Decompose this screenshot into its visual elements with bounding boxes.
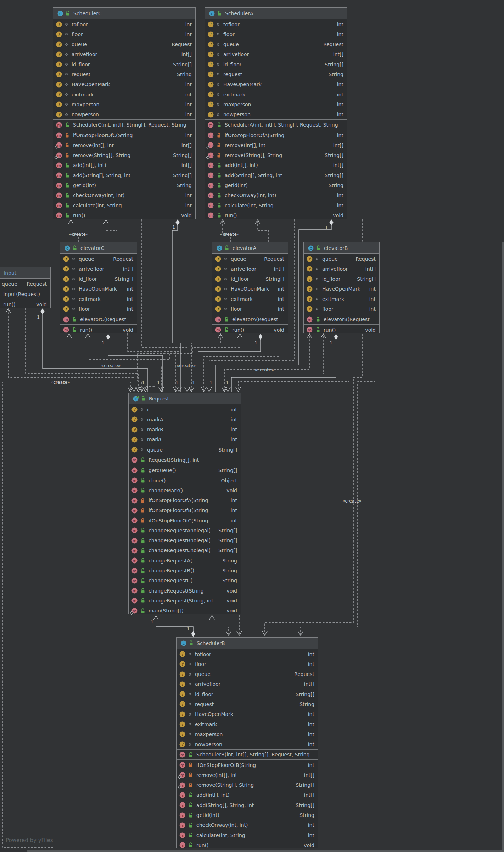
method-row[interactable]: mifOnStopFloorOfA(Stringint [205,130,347,140]
field-row[interactable]: fHaveOpenMarkint [212,284,288,294]
field-row[interactable]: ftofloorint [53,19,195,29]
class-node-SchedulerB[interactable]: cSchedulerBftofloorintffloorintfqueueReq… [176,637,318,848]
field-row[interactable]: fnowpersonint [53,110,195,119]
class-node-Input[interactable]: cInputfqueueRequestmInput(Request)mrun()… [0,267,51,308]
field-row[interactable]: fiint [129,404,241,414]
method-row[interactable]: mrun()void [212,325,288,335]
method-row[interactable]: mrun()void [177,840,318,850]
method-row[interactable]: madd(String[], String, intString[] [53,170,195,180]
method-row[interactable]: mcalculate(int, Stringint [205,200,347,210]
field-row[interactable]: fHaveOpenMarkint [304,284,379,294]
method-row[interactable]: mchangeRequest(String, intvoid [129,596,241,606]
method-row[interactable]: mifOnStopFloorOfC(Stringint [53,130,195,140]
field-row[interactable]: ffloorint [205,29,347,39]
field-row[interactable]: fexitmarkint [212,294,288,304]
class-node-elevatorA[interactable]: celevatorAfqueueRequestfarrivefloorint[]… [212,242,288,333]
ctor-row[interactable]: mRequest(String[], int [129,455,241,465]
ctor-row[interactable]: melevatorC(Request [60,314,137,324]
vertical-scrollbar[interactable] [502,242,504,852]
field-row[interactable]: fmaxpersonint [177,729,318,739]
class-node-SchedulerA[interactable]: cSchedulerAftofloorintffloorintfqueueReq… [205,7,347,219]
field-row[interactable]: fHaveOpenMarkint [53,79,195,89]
method-row[interactable]: mifOnStopFloorOfC(Stringint [129,515,241,525]
field-row[interactable]: farrivefloorint[] [304,264,379,274]
method-row[interactable]: mrun()void [53,211,195,220]
method-row[interactable]: madd(int[], int)int[] [205,160,347,170]
ctor-row[interactable]: mSchedulerB(int, int[], String[], Reques… [177,750,318,759]
class-header-elevatorC[interactable]: celevatorC [60,242,137,254]
field-row[interactable]: fqueueRequest [304,254,379,264]
method-row[interactable]: mcheckOnway(int, int)int [53,190,195,200]
method-row[interactable]: mchangeRequestB()String [129,566,241,576]
ctor-row[interactable]: melevatorB(Request [304,314,379,324]
field-row[interactable]: fmarkCint [129,435,241,444]
method-row[interactable]: mremove(String[], StringString[] [177,780,318,790]
ctor-row[interactable]: mInput(Request) [0,289,50,299]
method-row[interactable]: mclone()Object [129,475,241,485]
field-row[interactable]: fnowpersonint [177,739,318,749]
field-row[interactable]: fmaxpersonint [205,100,347,110]
field-row[interactable]: fmaxpersonint [53,100,195,110]
field-row[interactable]: fmarkAint [129,415,241,425]
method-row[interactable]: mchangeRequestCnolegal(String[] [129,545,241,555]
field-row[interactable]: fHaveOpenMarkint [205,79,347,89]
field-row[interactable]: fmarkBint [129,425,241,435]
field-row[interactable]: fnowpersonint [205,110,347,119]
field-row[interactable]: frequestString [53,69,195,79]
field-row[interactable]: farrivefloorint[] [205,49,347,59]
method-row[interactable]: madd(String[], String, intString[] [205,170,347,180]
field-row[interactable]: fqueueRequest [205,39,347,49]
method-row[interactable]: madd(int[], int)int[] [53,160,195,170]
field-row[interactable]: fexitmarkint [60,294,137,304]
field-row[interactable]: fHaveOpenMarkint [60,284,137,294]
class-node-SchedulerC[interactable]: cSchedulerCftofloorintffloorintfqueueReq… [53,7,196,219]
method-row[interactable]: mchangeRequestAnolegal(String[] [129,526,241,536]
field-row[interactable]: fqueueRequest [60,254,137,264]
method-row[interactable]: mgetid(int)String [205,180,347,190]
method-row[interactable]: mchangeRequest(Stringvoid [129,585,241,595]
field-row[interactable]: ftofloorint [205,19,347,29]
method-row[interactable]: mgetid(int)String [177,810,318,820]
method-row[interactable]: mrun()void [0,299,50,309]
method-row[interactable]: mchangeRequestA(String [129,556,241,566]
method-row[interactable]: mremove(int[], intint[] [205,140,347,150]
field-row[interactable]: farrivefloorint[] [53,49,195,59]
field-row[interactable]: ffloorint [177,659,318,669]
field-row[interactable]: fexitmarkint [53,89,195,99]
method-row[interactable]: mrun()void [60,325,137,335]
field-row[interactable]: frequestString [205,69,347,79]
field-row[interactable]: fHaveOpenMarkint [177,709,318,719]
method-row[interactable]: mmain(String[])void [129,606,241,616]
class-header-Input[interactable]: cInput [0,267,50,279]
field-row[interactable]: ffloorint [60,304,137,314]
field-row[interactable]: frequestString [177,699,318,709]
method-row[interactable]: mcalculate(int, Stringint [53,200,195,210]
ctor-row[interactable]: mSchedulerC(int, int[], String[], Reques… [53,120,195,130]
field-row[interactable]: farrivefloorint[] [177,679,318,689]
method-row[interactable]: mremove(String[], StringString[] [53,150,195,160]
class-node-Request[interactable]: cRequestfiintfmarkAintfmarkBintfmarkCint… [128,393,241,614]
method-row[interactable]: mremove(int[], intint[] [53,140,195,150]
ctor-row[interactable]: mSchedulerA(int, int[], String[], Reques… [205,120,347,130]
field-row[interactable]: ffloorint [212,304,288,314]
method-row[interactable]: mgetqueue()String[] [129,465,241,475]
class-header-SchedulerA[interactable]: cSchedulerA [205,8,347,19]
method-row[interactable]: mifOnStopFloorOfA(Stringint [129,495,241,505]
field-row[interactable]: ffloorint [304,304,379,314]
method-row[interactable]: mremove(String[], StringString[] [205,150,347,160]
ctor-row[interactable]: melevatorA(Request [212,314,288,324]
field-row[interactable]: fexitmarkint [304,294,379,304]
method-row[interactable]: mchangeMark()void [129,486,241,495]
class-header-SchedulerB[interactable]: cSchedulerB [177,638,318,649]
class-header-Request[interactable]: cRequest [129,393,241,404]
field-row[interactable]: fqueueRequest [212,254,288,264]
method-row[interactable]: mifOnStopFloorOfB(Stringint [177,760,318,770]
class-header-elevatorA[interactable]: celevatorA [212,242,288,254]
field-row[interactable]: fqueueRequest [53,39,195,49]
field-row[interactable]: fexitmarkint [177,719,318,729]
horizontal-scrollbar[interactable] [27,850,504,852]
class-header-SchedulerC[interactable]: cSchedulerC [53,8,195,19]
field-row[interactable]: farrivefloorint[] [212,264,288,274]
method-row[interactable]: mcheckOnway(int, int)int [205,190,347,200]
field-row[interactable]: farrivefloorint[] [60,264,137,274]
